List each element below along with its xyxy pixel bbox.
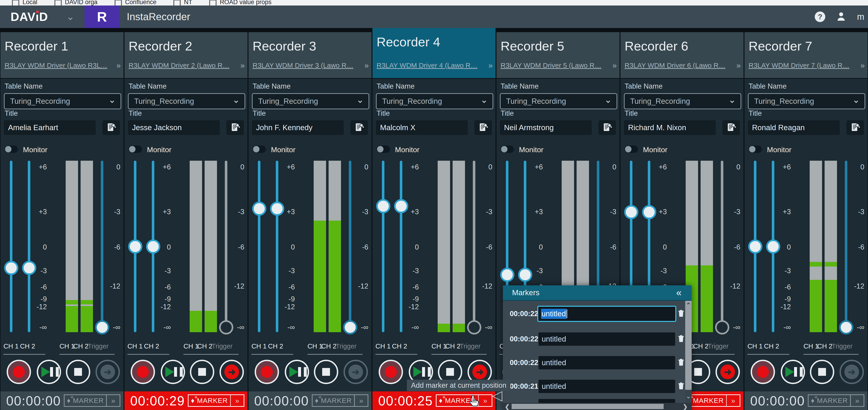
marker-button[interactable]: ♦+ MARKER » [312, 395, 368, 407]
trigger-slider-track[interactable] [101, 161, 103, 332]
fader-ch1-track[interactable] [258, 161, 260, 332]
driver-link[interactable]: R3LAY WDM Driver (Lawo R3L… [5, 62, 114, 69]
record-button[interactable] [7, 360, 31, 384]
marker-name-input[interactable]: untitled [537, 306, 676, 322]
monitor-toggle[interactable] [5, 146, 18, 153]
play-pause-button[interactable] [161, 360, 185, 384]
david-brand-menu[interactable]: DAVıD [10, 5, 48, 28]
title-input[interactable] [500, 120, 592, 135]
trigger-slider-track[interactable] [225, 161, 227, 332]
bookmark-item[interactable]: Confluence [115, 0, 157, 5]
scroll-down-icon[interactable]: ⌄ [685, 390, 692, 403]
delete-marker-button[interactable] [677, 358, 685, 368]
fader-ch1-track[interactable] [382, 161, 384, 332]
delete-marker-button[interactable] [677, 382, 685, 391]
marker-name-input[interactable] [538, 380, 675, 393]
marker-more-button[interactable]: » [354, 395, 368, 406]
title-input[interactable] [624, 120, 716, 135]
title-lookup-button[interactable] [474, 120, 492, 135]
title-lookup-button[interactable] [102, 120, 120, 135]
trigger-slider-track[interactable] [721, 161, 723, 332]
marker-button[interactable]: ♦+ MARKER » [808, 395, 864, 407]
monitor-toggle[interactable] [129, 146, 142, 153]
fader-ch1-handle[interactable] [500, 268, 515, 282]
title-input[interactable] [748, 120, 840, 135]
title-lookup-button[interactable] [722, 120, 740, 135]
auto-continue-button[interactable]: ➜ [219, 360, 244, 384]
fader-ch1-handle[interactable] [252, 201, 267, 216]
trigger-slider-track[interactable] [845, 161, 847, 332]
recorder-header[interactable]: Recorder 3 R3LAY WDM Driver 3 (Lawo R… » [248, 32, 372, 79]
auto-continue-button[interactable]: ➜ [839, 360, 864, 384]
driver-link[interactable]: R3LAY WDM Driver 7 (Lawo R… [749, 62, 858, 69]
marker-more-button[interactable]: » [106, 395, 120, 406]
marker-name-input[interactable] [538, 333, 675, 346]
recorder-header[interactable]: Recorder 4 R3LAY WDM Driver 4 (Lawo R… » [372, 28, 496, 79]
recorder-header[interactable]: Recorder 1 R3LAY WDM Driver (Lawo R3L… » [0, 32, 124, 79]
recorder-header[interactable]: Recorder 6 R3LAY WDM Driver 6 (Lawo R… » [620, 32, 744, 79]
horizontal-scrollbar[interactable]: ❮ ❯ [503, 403, 692, 410]
driver-expand-icon[interactable]: » [117, 61, 121, 70]
fader-ch1-handle[interactable] [748, 240, 763, 254]
driver-link[interactable]: R3LAY WDM Driver 4 (Lawo R… [377, 62, 486, 69]
title-lookup-button[interactable] [350, 120, 368, 135]
driver-link[interactable]: R3LAY WDM Driver 5 (Lawo R… [501, 62, 610, 69]
driver-expand-icon[interactable]: » [489, 61, 493, 70]
title-lookup-button[interactable] [846, 120, 864, 135]
title-lookup-button[interactable] [226, 120, 244, 135]
table-name-select[interactable]: Turing_Recording ⌄ [252, 93, 369, 109]
stop-button[interactable] [66, 360, 90, 384]
marker-name-input[interactable] [538, 356, 675, 369]
record-button[interactable] [379, 360, 403, 384]
table-name-select[interactable]: Turing_Recording ⌄ [624, 93, 741, 109]
driver-expand-icon[interactable]: » [241, 61, 245, 70]
marker-more-button[interactable]: » [726, 395, 740, 406]
driver-expand-icon[interactable]: » [861, 61, 865, 70]
monitor-toggle[interactable] [253, 146, 266, 153]
marker-button[interactable]: ♦+ MARKER » [436, 395, 492, 407]
collapse-icon[interactable]: « [676, 287, 692, 298]
stop-button[interactable] [314, 360, 338, 384]
recorder-header[interactable]: Recorder 7 R3LAY WDM Driver 7 (Lawo R… » [744, 32, 868, 79]
table-name-select[interactable]: Turing_Recording ⌄ [500, 93, 617, 109]
bookmark-item[interactable]: NT [174, 0, 192, 5]
play-pause-button[interactable] [781, 360, 805, 384]
marker-button[interactable]: ♦+ MARKER » [188, 395, 244, 407]
marker-more-button[interactable]: » [850, 395, 864, 406]
scroll-up-icon[interactable]: ⌃ [685, 302, 692, 309]
driver-link[interactable]: R3LAY WDM Driver 3 (Lawo R… [253, 62, 362, 69]
driver-link[interactable]: R3LAY WDM Driver 6 (Lawo R… [625, 62, 734, 69]
fader-ch1-handle[interactable] [376, 199, 391, 213]
title-input[interactable] [128, 120, 220, 135]
fader-ch1-handle[interactable] [128, 240, 143, 254]
driver-expand-icon[interactable]: » [737, 61, 741, 70]
bookmark-item[interactable]: Local [12, 0, 37, 5]
scroll-right-icon[interactable]: ❯ [683, 403, 688, 410]
user-icon[interactable] [836, 11, 846, 23]
play-pause-button[interactable] [285, 360, 309, 384]
table-name-select[interactable]: Turing_Recording ⌄ [376, 93, 493, 109]
scroll-left-icon[interactable]: ❮ [505, 403, 510, 410]
marker-button[interactable]: ♦+ MARKER » [64, 395, 120, 407]
title-input[interactable] [4, 120, 96, 135]
delete-marker-button[interactable] [677, 309, 685, 319]
record-button[interactable] [751, 360, 775, 384]
bookmark-item[interactable]: ROAD value props [209, 0, 272, 5]
title-input[interactable] [376, 120, 468, 135]
record-button[interactable] [131, 360, 155, 384]
driver-expand-icon[interactable]: » [365, 61, 369, 70]
recorder-header[interactable]: Recorder 5 R3LAY WDM Driver 5 (Lawo R… » [496, 32, 620, 79]
fader-ch1-track[interactable] [10, 161, 12, 332]
record-button[interactable] [255, 360, 279, 384]
marker-button[interactable]: ♦+ MARKER » [684, 395, 740, 407]
table-name-select[interactable]: Turing_Recording ⌄ [748, 93, 865, 109]
delete-marker-button[interactable] [677, 334, 685, 344]
title-input[interactable] [252, 120, 344, 135]
chevron-down-icon[interactable]: ⌄ [66, 10, 74, 22]
monitor-toggle[interactable] [625, 146, 638, 153]
table-name-select[interactable]: Turing_Recording ⌄ [4, 93, 121, 109]
auto-continue-button[interactable]: ➜ [715, 360, 740, 384]
trigger-slider-track[interactable] [473, 161, 475, 332]
fader-ch1-handle[interactable] [4, 261, 19, 275]
play-pause-button[interactable] [37, 360, 61, 384]
